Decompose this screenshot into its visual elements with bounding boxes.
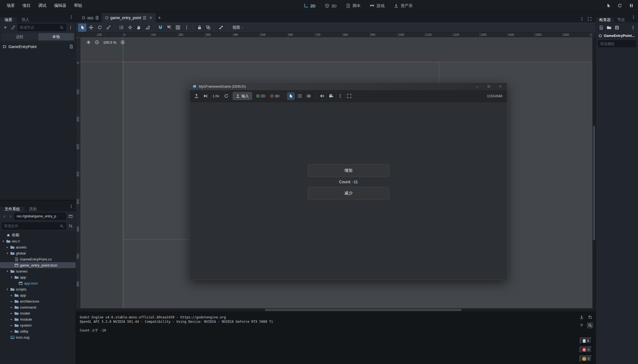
distraction-free-button[interactable] bbox=[586, 15, 593, 22]
move-tool-button[interactable] bbox=[87, 23, 95, 32]
file-tree-item[interactable]: command bbox=[0, 304, 76, 310]
filter-properties-input[interactable] bbox=[600, 42, 634, 46]
scene-tab[interactable]: app bbox=[79, 13, 102, 22]
tree-expand-arrow[interactable] bbox=[10, 300, 13, 303]
tree-expand-arrow[interactable] bbox=[2, 239, 5, 243]
workspace-tab[interactable]: 脚本 bbox=[342, 2, 364, 10]
dock-menu-button[interactable] bbox=[630, 13, 637, 20]
embedded-game-button[interactable] bbox=[193, 92, 200, 100]
vertical-scrollbar[interactable] bbox=[592, 37, 596, 308]
status-badge[interactable]: 0 bbox=[580, 356, 592, 362]
current-path-input[interactable] bbox=[17, 214, 64, 218]
game-options-button[interactable] bbox=[336, 92, 344, 100]
status-badge[interactable]: 4 bbox=[580, 338, 592, 344]
viewport-canvas[interactable]: 100.0 % MyGFrameworkGame (DEBUG) bbox=[80, 37, 592, 308]
visibility-mode-button[interactable] bbox=[305, 92, 313, 100]
grid-toggle-button[interactable] bbox=[174, 23, 182, 32]
tree-expand-arrow[interactable] bbox=[6, 245, 9, 249]
inspector-menu-button[interactable] bbox=[630, 24, 636, 31]
dock-tab[interactable]: 场景 bbox=[0, 17, 17, 22]
tree-expand-arrow[interactable] bbox=[10, 318, 13, 321]
lock-node-button[interactable] bbox=[195, 23, 203, 32]
save-resource-button[interactable] bbox=[613, 24, 620, 31]
search-log-button[interactable] bbox=[587, 322, 593, 329]
tree-expand-arrow[interactable] bbox=[10, 330, 13, 333]
remote-tab[interactable]: 远程 bbox=[2, 33, 38, 40]
speed-scale-button[interactable]: 1.0x bbox=[211, 94, 221, 98]
workspace-tab[interactable]: 资产库 bbox=[391, 2, 416, 10]
mode-3d-button[interactable]: 3D bbox=[268, 94, 281, 98]
dock-tab[interactable]: 导入 bbox=[17, 17, 34, 22]
menu-item[interactable]: 项目 bbox=[19, 1, 34, 10]
file-tree-item[interactable]: model bbox=[0, 310, 76, 316]
list-select-button[interactable] bbox=[117, 23, 125, 32]
game-window-titlebar[interactable]: MyGFrameworkGame (DEBUG) bbox=[190, 83, 507, 90]
pause-game-button[interactable] bbox=[627, 2, 635, 10]
tree-expand-arrow[interactable] bbox=[10, 306, 13, 309]
select-tool-button[interactable] bbox=[78, 23, 86, 32]
pick-select-mode-button[interactable] bbox=[287, 92, 295, 100]
game-focus-button[interactable] bbox=[604, 2, 612, 10]
zoom-out-button[interactable] bbox=[95, 40, 99, 45]
grid-snap-button[interactable] bbox=[165, 23, 173, 32]
horizontal-scrollbar-thumb[interactable] bbox=[265, 309, 462, 311]
tree-expand-arrow[interactable] bbox=[10, 294, 13, 297]
dock-menu-button[interactable] bbox=[67, 203, 75, 210]
scene-tabs-menu-button[interactable] bbox=[578, 15, 585, 22]
file-tree-item[interactable]: scripts bbox=[0, 286, 76, 292]
reset-speed-button[interactable] bbox=[223, 92, 230, 100]
filter-nodes-input[interactable] bbox=[20, 25, 58, 29]
scale-tool-button[interactable] bbox=[104, 23, 113, 32]
rotate-tool-button[interactable] bbox=[96, 23, 104, 32]
add-node-button[interactable] bbox=[2, 24, 9, 31]
menu-item[interactable]: 场景 bbox=[3, 1, 19, 10]
game-input-toggle[interactable]: 输入 bbox=[233, 92, 252, 100]
close-tab-icon[interactable] bbox=[149, 16, 153, 20]
pivot-tool-button[interactable] bbox=[126, 23, 134, 32]
file-tree-item[interactable]: system bbox=[0, 322, 76, 328]
pan-tool-button[interactable] bbox=[135, 23, 143, 32]
copy-log-button[interactable] bbox=[587, 314, 593, 320]
load-resource-button[interactable] bbox=[605, 24, 612, 31]
minimize-window-button[interactable] bbox=[475, 84, 479, 89]
save-log-button[interactable] bbox=[578, 314, 585, 320]
dock-menu-button[interactable] bbox=[67, 13, 75, 20]
close-window-button[interactable] bbox=[498, 84, 502, 89]
skeleton-options-button[interactable] bbox=[217, 23, 225, 32]
file-tree-item[interactable]: utility bbox=[0, 328, 76, 334]
attached-script-icon[interactable] bbox=[69, 45, 73, 49]
vertical-scrollbar-thumb[interactable] bbox=[593, 126, 595, 240]
scene-tree-menu-button[interactable] bbox=[67, 24, 74, 31]
horizontal-scrollbar[interactable] bbox=[76, 308, 596, 312]
file-tree-item[interactable]: game_entry_point.tscn bbox=[0, 262, 76, 268]
mode-2d-button[interactable]: 2D bbox=[255, 94, 267, 98]
tree-expand-arrow[interactable] bbox=[10, 312, 13, 315]
file-tree-item[interactable]: global bbox=[0, 250, 76, 256]
filter-log-button[interactable] bbox=[578, 322, 585, 329]
workspace-tab[interactable]: 游戏 bbox=[367, 2, 388, 10]
smart-snap-button[interactable] bbox=[156, 23, 164, 32]
snap-options-button[interactable] bbox=[182, 23, 191, 32]
local-tab[interactable]: 本地 bbox=[38, 33, 74, 40]
fullscreen-button[interactable] bbox=[345, 92, 353, 100]
zoom-reset-button[interactable]: 100.0 % bbox=[103, 40, 116, 45]
history-back-button[interactable]: ‹ bbox=[2, 213, 7, 220]
view-menu-button[interactable]: 视图 bbox=[230, 23, 247, 32]
filter-files-input[interactable] bbox=[4, 224, 58, 228]
file-sort-button[interactable] bbox=[67, 223, 74, 230]
new-resource-button[interactable] bbox=[598, 24, 604, 31]
menu-item[interactable]: 调试 bbox=[34, 1, 50, 10]
file-tree-item[interactable]: app bbox=[0, 292, 76, 298]
decrease-button[interactable]: 减少 bbox=[308, 187, 389, 200]
maximize-window-button[interactable] bbox=[486, 84, 491, 89]
new-scene-tab-button[interactable] bbox=[156, 14, 163, 22]
tree-expand-arrow[interactable] bbox=[10, 276, 13, 279]
camera-override-button[interactable] bbox=[327, 92, 335, 100]
file-tree-item[interactable]: icon.svg bbox=[0, 334, 76, 340]
dock-tab[interactable]: 节点 bbox=[614, 17, 628, 22]
dock-tab[interactable]: 历史 bbox=[25, 207, 42, 212]
workspace-tab[interactable]: 3D bbox=[321, 2, 340, 9]
pick-list-mode-button[interactable] bbox=[296, 92, 304, 100]
mute-audio-button[interactable] bbox=[318, 92, 326, 100]
file-tree-item[interactable]: 收藏: bbox=[0, 232, 76, 238]
